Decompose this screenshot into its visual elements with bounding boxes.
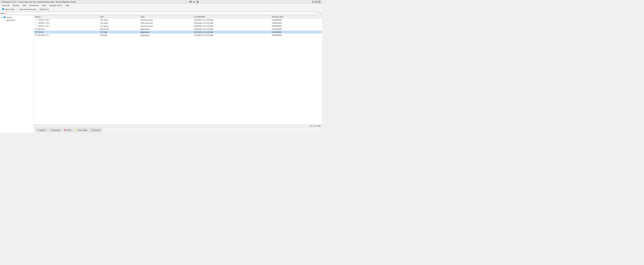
upload-icon: ⬆ — [37, 129, 38, 131]
add-external-label: Add external bucket — [20, 8, 36, 10]
download-label: Download — [52, 129, 60, 131]
file-modified-cell: 3/24/2024 12:13:53 AM — [192, 22, 270, 24]
file-size-cell: 2.07 MB — [99, 31, 139, 34]
star-icon[interactable]: ☆ — [318, 12, 319, 14]
menu-help[interactable]: Help — [64, 4, 70, 7]
file-modified-cell: 3/24/2024 12:14:28 AM — [192, 28, 270, 31]
file-type-cell: Application — [139, 34, 192, 37]
close-button[interactable]: ✕ — [318, 1, 321, 3]
col-name[interactable]: Name ▲ — [34, 15, 99, 18]
bucket-folder-icon: 🪣 — [4, 16, 6, 18]
bucket-label: bucket — [6, 16, 12, 18]
file-icon: ⚙ — [35, 34, 37, 36]
file-name-cell: ⚙ hfs.exe — [34, 31, 99, 34]
col-storage-class[interactable]: Storage Class — [270, 15, 322, 18]
upload-arrow-icon: ▾ — [45, 129, 46, 131]
menu-accounts[interactable]: Accounts — [1, 4, 11, 7]
file-storage-cell: STANDARD — [270, 18, 322, 22]
path-icons: ☆ ✏ — [318, 12, 321, 14]
file-size-cell: 211 bytes — [99, 24, 139, 28]
file-row-5[interactable]: ⚙ s3browser-11... 9.58 MB Application 3/… — [34, 34, 322, 37]
file-name-cell: ⚙ putty.exe — [34, 28, 99, 31]
tree-item-bucket[interactable]: ▶ 🪣 bucket — [0, 16, 34, 19]
file-size-cell: 834.05 KB — [99, 28, 139, 31]
file-name: cluster1_svm... — [38, 25, 50, 27]
delete-button[interactable]: ✖ Delete — [62, 128, 73, 132]
file-storage-cell: STANDARD — [270, 24, 322, 28]
file-row-4[interactable]: ⚙ hfs.exe 2.07 MB Application 3/24/2024 … — [34, 31, 322, 34]
upload-label: Upload — [39, 129, 45, 131]
add-external-icon: 🗂 — [18, 8, 19, 10]
refresh-button[interactable]: 🔄 Refresh — [38, 8, 50, 11]
menu-tools[interactable]: Tools — [40, 4, 48, 7]
title-bar-text: S3 Browser 11.6.7 - Free Version (for no… — [1, 1, 76, 3]
file-storage-cell: STANDARD — [270, 34, 322, 37]
file-size-cell: 157 bytes — [99, 18, 139, 22]
col-type[interactable]: Type — [139, 15, 192, 18]
left-panel: ▶ 🪣 bucket 🗂 sg-dummy — [0, 15, 34, 132]
add-external-bucket-button[interactable]: 🗂 Add external bucket — [16, 8, 38, 11]
maximize-button[interactable]: □ — [315, 1, 318, 3]
toolbar: 🪣 New bucket 🗂 Add external bucket 🔄 Ref… — [0, 7, 322, 12]
file-modified-cell: 3/24/2024 12:13:53 AM — [192, 24, 270, 28]
edit-icon[interactable]: ✏ — [320, 12, 321, 14]
new-bucket-icon: 🪣 — [2, 8, 4, 10]
file-name-cell: 📄 cluster1_svm... — [34, 22, 99, 24]
splitter-dots: • • • — [318, 129, 321, 131]
bottom-toolbar: ⬆ Upload ▾ ⬇ Download ✖ Delete 📁 New Fol… — [34, 128, 322, 132]
col-size[interactable]: Size — [99, 15, 139, 18]
file-modified-cell: 3/24/2024 12:13:53 AM — [192, 34, 270, 37]
menu-upgrade[interactable]: Upgrade to Pro! — [48, 4, 64, 7]
file-type-cell: Text Document — [139, 22, 192, 24]
cloud-icon: ☁ — [193, 1, 195, 3]
file-row-3[interactable]: ⚙ putty.exe 834.05 KB Application 3/24/2… — [34, 28, 322, 31]
path-input[interactable] — [6, 12, 317, 15]
new-bucket-button[interactable]: 🪣 New bucket — [1, 8, 16, 11]
path-bar: Path: ☆ ✏ — [0, 12, 322, 15]
new-folder-label: New Folder — [78, 129, 88, 131]
sub-bucket-icon: 🗂 — [4, 19, 6, 21]
bucket-expand-icon: ▶ — [1, 16, 3, 18]
file-name-cell: ⚙ s3browser-11... — [34, 34, 99, 37]
title-bar-controls[interactable]: — □ ✕ — [312, 1, 321, 3]
tree-item-sg-dummy[interactable]: 🗂 sg-dummy — [3, 19, 34, 22]
refresh-icon: 🔄 — [40, 8, 42, 10]
file-type-cell: Application — [139, 28, 192, 31]
sort-arrow-name: ▲ — [40, 16, 42, 18]
menu-files[interactable]: Files — [21, 4, 28, 7]
new-folder-button[interactable]: 📁 New Folder — [74, 128, 89, 132]
status-bar: 1 file (2.07 MB) — [34, 124, 322, 128]
download-button[interactable]: ⬇ Download — [48, 128, 62, 132]
file-icon: 📄 — [35, 22, 38, 24]
upload-button[interactable]: ⬆ Upload ▾ — [35, 128, 48, 132]
menu-buckets[interactable]: Buckets — [11, 4, 21, 7]
col-last-modified[interactable]: Last Modified — [192, 15, 270, 18]
sg-dummy-label: sg-dummy — [6, 19, 15, 21]
refresh-files-label: Refresh — [94, 129, 101, 131]
delete-icon: ✖ — [64, 129, 66, 131]
file-storage-cell: STANDARD — [270, 28, 322, 31]
menu-bookmarks[interactable]: Bookmarks — [28, 4, 40, 7]
refresh-files-button[interactable]: 🔄 Refresh — [90, 128, 102, 132]
refresh-label: Refresh — [42, 8, 49, 10]
file-name: cluster1_svm... — [38, 22, 50, 24]
file-icon: ⚙ — [35, 28, 37, 30]
keyboard-icon: ⌨ — [189, 1, 192, 3]
file-icon: 📄 — [35, 19, 38, 21]
file-name: putty.exe — [38, 28, 45, 30]
file-size-cell: 9.58 MB — [99, 34, 139, 37]
right-panel: Name ▲ Size Type Last Modified Storage C… — [34, 15, 322, 132]
path-label: Path: — [1, 12, 5, 14]
file-row-0[interactable]: 📄 cluster1_dem... 157 bytes Text Documen… — [34, 18, 322, 22]
file-storage-cell: STANDARD — [270, 31, 322, 34]
main-layout: ▶ 🪣 bucket 🗂 sg-dummy Name ▲ Size — [0, 15, 322, 132]
file-row-1[interactable]: 📄 cluster1_svm... 211 bytes Text Documen… — [34, 22, 322, 24]
file-modified-cell: 3/24/2024 12:14:56 AM — [192, 31, 270, 34]
file-modified-cell: 3/24/2024 12:13:53 AM — [192, 18, 270, 22]
bar-icon: ▌ — [198, 1, 199, 3]
file-row-2[interactable]: 📄 cluster1_svm... 211 bytes Text Documen… — [34, 24, 322, 28]
minimize-button[interactable]: — — [312, 1, 314, 3]
refresh-files-icon: 🔄 — [91, 129, 94, 131]
title-bar: S3 Browser 11.6.7 - Free Version (for no… — [0, 0, 322, 4]
file-name: hfs.exe — [38, 31, 43, 33]
